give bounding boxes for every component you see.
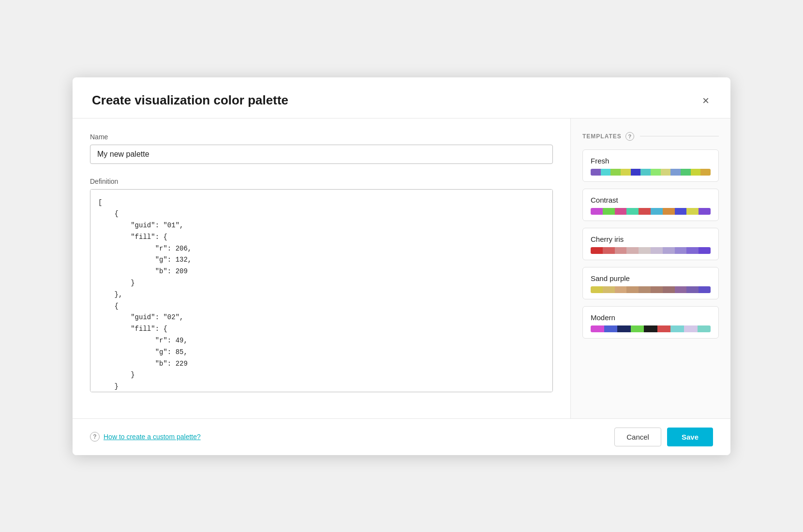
color-bar-modern bbox=[591, 325, 711, 332]
right-panel: TEMPLATES ? Fresh bbox=[571, 118, 730, 418]
swatch bbox=[639, 247, 651, 254]
swatch bbox=[591, 325, 604, 332]
name-label: Name bbox=[90, 133, 553, 141]
swatch bbox=[631, 169, 641, 176]
swatch bbox=[699, 286, 711, 293]
swatch bbox=[644, 325, 657, 332]
definition-textarea[interactable]: [ { "guid": "01", "fill": { "r": 206, "g… bbox=[90, 189, 553, 392]
swatch bbox=[684, 325, 698, 332]
swatch bbox=[670, 325, 684, 332]
swatch bbox=[603, 208, 615, 215]
swatch bbox=[603, 247, 615, 254]
template-name-modern: Modern bbox=[591, 313, 711, 322]
swatch bbox=[675, 208, 687, 215]
swatch bbox=[663, 286, 675, 293]
swatch bbox=[651, 247, 663, 254]
footer-left: ? How to create a custom palette? bbox=[90, 432, 201, 442]
templates-title: TEMPLATES bbox=[582, 133, 622, 140]
swatch bbox=[591, 208, 603, 215]
swatch bbox=[651, 169, 661, 176]
name-input[interactable] bbox=[90, 145, 553, 164]
swatch bbox=[698, 325, 711, 332]
templates-header: TEMPLATES ? bbox=[582, 132, 719, 141]
swatch bbox=[681, 169, 691, 176]
swatch bbox=[639, 208, 651, 215]
swatch bbox=[686, 208, 699, 215]
swatch bbox=[615, 286, 627, 293]
footer-help-icon[interactable]: ? bbox=[90, 432, 100, 442]
swatch bbox=[591, 169, 601, 176]
swatch bbox=[686, 247, 699, 254]
color-bar-cherry-iris bbox=[591, 247, 711, 254]
template-card-sand-purple[interactable]: Sand purple bbox=[582, 267, 719, 299]
swatch bbox=[651, 286, 663, 293]
template-card-contrast[interactable]: Contrast bbox=[582, 189, 719, 221]
swatch bbox=[603, 286, 615, 293]
swatch bbox=[670, 169, 681, 176]
save-button[interactable]: Save bbox=[667, 428, 713, 446]
swatch bbox=[617, 325, 631, 332]
color-bar-contrast bbox=[591, 208, 711, 215]
cancel-button[interactable]: Cancel bbox=[614, 428, 661, 446]
swatch bbox=[626, 286, 639, 293]
swatch bbox=[631, 325, 644, 332]
dialog-title: Create visualization color palette bbox=[92, 93, 288, 108]
swatch bbox=[640, 169, 651, 176]
swatch bbox=[604, 325, 618, 332]
swatch bbox=[663, 247, 675, 254]
left-panel: Name Definition [ { "guid": "01", "fill"… bbox=[73, 118, 571, 418]
template-name-cherry-iris: Cherry iris bbox=[591, 235, 711, 243]
swatch bbox=[651, 208, 663, 215]
swatch bbox=[675, 286, 687, 293]
swatch bbox=[700, 169, 711, 176]
swatch bbox=[691, 169, 701, 176]
template-card-cherry-iris[interactable]: Cherry iris bbox=[582, 228, 719, 260]
color-bar-fresh bbox=[591, 169, 711, 176]
template-name-fresh: Fresh bbox=[591, 157, 711, 165]
color-bar-sand-purple bbox=[591, 286, 711, 293]
template-name-sand-purple: Sand purple bbox=[591, 274, 711, 282]
swatch bbox=[601, 169, 611, 176]
swatch bbox=[657, 325, 671, 332]
swatch bbox=[661, 169, 671, 176]
swatch bbox=[686, 286, 699, 293]
swatch bbox=[699, 247, 711, 254]
swatch bbox=[615, 208, 627, 215]
dialog-footer: ? How to create a custom palette? Cancel… bbox=[73, 418, 730, 455]
swatch bbox=[675, 247, 687, 254]
swatch bbox=[639, 286, 651, 293]
swatch bbox=[591, 247, 603, 254]
swatch bbox=[621, 169, 631, 176]
templates-help-icon[interactable]: ? bbox=[625, 132, 634, 141]
swatch bbox=[626, 208, 639, 215]
template-card-modern[interactable]: Modern bbox=[582, 306, 719, 339]
template-name-contrast: Contrast bbox=[591, 196, 711, 204]
templates-divider bbox=[640, 136, 719, 136]
swatch bbox=[699, 208, 711, 215]
swatch bbox=[626, 247, 639, 254]
footer-right: Cancel Save bbox=[614, 428, 713, 446]
help-link[interactable]: How to create a custom palette? bbox=[104, 433, 201, 441]
dialog-header: Create visualization color palette × bbox=[73, 77, 730, 118]
template-card-fresh[interactable]: Fresh bbox=[582, 149, 719, 182]
dialog-body: Name Definition [ { "guid": "01", "fill"… bbox=[73, 118, 730, 418]
definition-label: Definition bbox=[90, 177, 553, 185]
swatch bbox=[663, 208, 675, 215]
swatch bbox=[591, 286, 603, 293]
close-button[interactable]: × bbox=[700, 93, 711, 108]
create-palette-dialog: Create visualization color palette × Nam… bbox=[73, 77, 730, 455]
swatch bbox=[615, 247, 627, 254]
swatch bbox=[610, 169, 621, 176]
